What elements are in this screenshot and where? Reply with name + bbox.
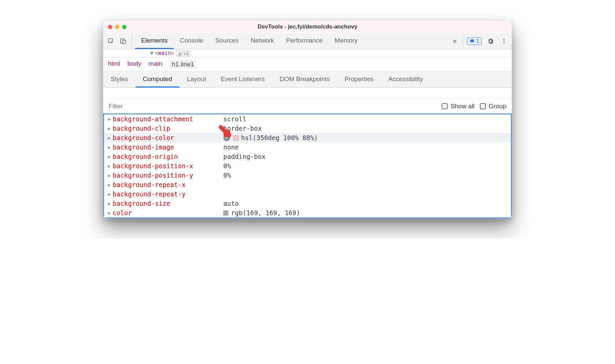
tab-network[interactable]: Network	[245, 33, 280, 49]
property-value: none	[223, 143, 239, 151]
computed-properties: ▶background-attachmentscroll▶background-…	[103, 114, 512, 218]
more-tabs-icon[interactable]: »	[449, 37, 461, 46]
filter-input[interactable]	[109, 103, 436, 110]
expand-icon[interactable]: ▶	[108, 154, 113, 159]
gear-icon[interactable]	[486, 37, 495, 46]
property-name: background-repeat-x	[113, 181, 223, 188]
property-value: scroll	[223, 115, 246, 123]
tab-memory[interactable]: Memory	[329, 33, 364, 49]
sidetab-styles[interactable]: Styles	[103, 72, 135, 87]
expand-icon[interactable]: ▶	[108, 210, 113, 216]
expand-icon[interactable]: ▶	[108, 173, 113, 178]
computed-property-row[interactable]: ▶background-repeat-x	[104, 180, 511, 189]
expand-icon[interactable]: ▶	[108, 135, 113, 140]
expand-icon[interactable]: ▶	[108, 164, 113, 169]
kebab-icon[interactable]	[500, 37, 508, 46]
computed-property-row[interactable]: ▶background-sizeauto	[104, 199, 511, 208]
spacer	[103, 88, 512, 99]
expand-icon[interactable]: ▶	[108, 201, 113, 206]
sidetab-accessibility[interactable]: Accessibility	[381, 72, 430, 87]
property-value: 0%	[223, 162, 231, 170]
show-all-checkbox[interactable]: Show all	[442, 103, 474, 110]
computed-property-row[interactable]: ▶background-position-y0%	[104, 171, 511, 180]
property-name: background-attachment	[113, 115, 223, 123]
main-toolbar: ElementsConsoleSourcesNetworkPerformance…	[103, 33, 512, 49]
tab-sources[interactable]: Sources	[209, 33, 245, 49]
expand-icon[interactable]: ▶	[108, 117, 113, 122]
filter-bar: Show all Group	[103, 99, 512, 114]
color-swatch[interactable]	[223, 210, 228, 216]
window-controls	[108, 25, 126, 29]
property-value: 0%	[223, 172, 231, 179]
tab-performance[interactable]: Performance	[280, 33, 329, 49]
breadcrumb: htmlbodymainh1.line1	[103, 57, 512, 72]
tab-elements[interactable]: Elements	[135, 33, 174, 49]
breadcrumb-item[interactable]: body	[127, 60, 141, 69]
devtools-window: DevTools - jec.fyi/demo/cds-anchovy Elem…	[103, 20, 512, 219]
property-name: background-origin	[113, 153, 223, 160]
goto-source-icon[interactable]: ➜	[223, 134, 230, 141]
computed-property-row[interactable]: ▶background-color➜hsl(350deg 100% 88%)	[104, 133, 511, 142]
property-value: auto	[223, 200, 239, 207]
property-value: rgb(169, 169, 169)	[223, 209, 300, 217]
svg-rect-2	[123, 40, 125, 44]
sidetab-layout[interactable]: Layout	[179, 72, 213, 87]
expand-icon[interactable]: ▶	[108, 182, 113, 187]
minimize-icon[interactable]	[115, 25, 119, 29]
property-name: background-position-x	[113, 162, 223, 170]
expand-icon[interactable]: ▶	[108, 126, 113, 131]
property-value: border-box	[223, 125, 262, 132]
expand-icon[interactable]: ▶	[108, 192, 113, 197]
property-name: background-clip	[113, 125, 223, 132]
group-checkbox[interactable]: Group	[480, 103, 506, 110]
breadcrumb-item[interactable]: main	[149, 60, 162, 69]
property-name: background-color	[113, 134, 223, 141]
sidetab-dom-breakpoints[interactable]: DOM Breakpoints	[272, 72, 337, 87]
dom-snippet[interactable]: ▼<main>grid	[103, 49, 512, 57]
tab-console[interactable]: Console	[174, 33, 209, 49]
property-name: background-size	[113, 200, 223, 207]
svg-point-3	[503, 39, 504, 40]
property-name: background-image	[113, 143, 223, 151]
issues-badge[interactable]: 1	[467, 38, 482, 45]
panel-tabs: ElementsConsoleSourcesNetworkPerformance…	[135, 33, 447, 49]
sidetab-properties[interactable]: Properties	[337, 72, 381, 87]
property-name: background-position-y	[113, 172, 223, 179]
computed-property-row[interactable]: ▶background-attachmentscroll	[104, 114, 511, 124]
breadcrumb-item[interactable]: html	[108, 60, 120, 69]
expand-icon[interactable]: ▶	[108, 145, 113, 150]
computed-property-row[interactable]: ▶background-originpadding-box	[104, 152, 511, 161]
computed-property-row[interactable]: ▶colorrgb(169, 169, 169)	[104, 208, 511, 218]
inspect-icon[interactable]	[107, 37, 115, 46]
window-title: DevTools - jec.fyi/demo/cds-anchovy	[103, 23, 512, 30]
svg-point-4	[503, 41, 504, 42]
device-toggle-icon[interactable]	[119, 37, 127, 46]
sidetab-computed[interactable]: Computed	[135, 72, 180, 87]
property-name: background-repeat-y	[113, 190, 223, 198]
computed-property-row[interactable]: ▶background-repeat-y	[104, 189, 511, 199]
zoom-icon[interactable]	[122, 25, 126, 29]
property-value: ➜hsl(350deg 100% 88%)	[223, 134, 318, 141]
property-name: color	[113, 209, 223, 217]
property-value: padding-box	[223, 153, 266, 160]
side-tabs: StylesComputedLayoutEvent ListenersDOM B…	[103, 72, 512, 88]
computed-property-row[interactable]: ▶background-imagenone	[104, 142, 511, 152]
svg-point-5	[503, 43, 504, 44]
close-icon[interactable]	[108, 25, 112, 29]
color-swatch[interactable]	[233, 135, 238, 140]
computed-property-row[interactable]: ▶background-position-x0%	[104, 161, 511, 171]
computed-property-row[interactable]: ▶background-clipborder-box	[104, 124, 511, 133]
titlebar: DevTools - jec.fyi/demo/cds-anchovy	[103, 20, 512, 33]
breadcrumb-item[interactable]: h1.line1	[170, 60, 196, 69]
badge-count: 1	[476, 38, 479, 44]
sidetab-event-listeners[interactable]: Event Listeners	[213, 72, 272, 87]
